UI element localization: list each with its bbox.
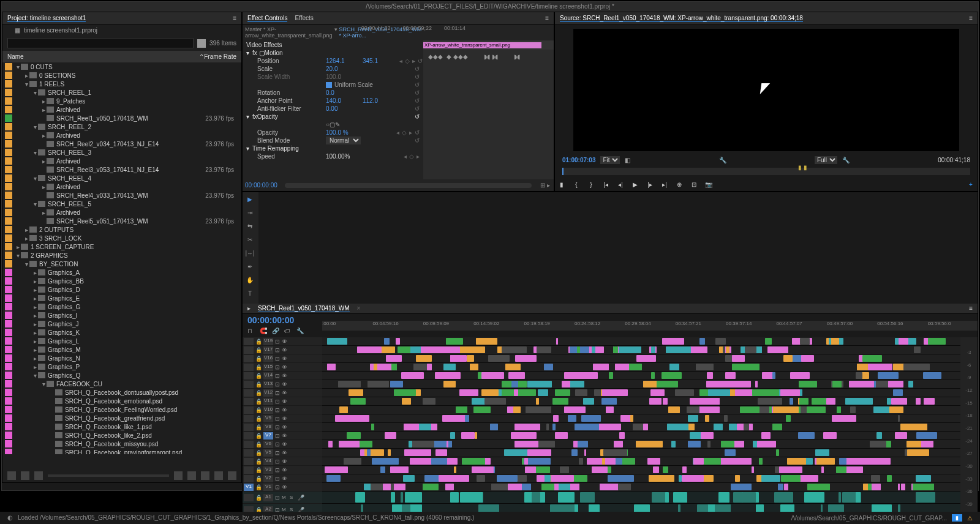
timeline-clip[interactable] — [651, 372, 654, 379]
track-target[interactable]: V14 — [263, 372, 273, 380]
source-scrubber[interactable]: ▮ ▮ — [562, 168, 970, 175]
close-seq-icon[interactable]: × — [357, 305, 361, 312]
type-tool-icon[interactable]: T — [245, 290, 255, 300]
tree-row[interactable]: ▸Graphics_J — [2, 320, 241, 328]
voiceover-icon[interactable]: 🎤 — [298, 495, 304, 501]
timeline-clip[interactable] — [552, 424, 556, 430]
tree-row[interactable]: ▸Graphics_P — [2, 362, 241, 371]
timeline-clip[interactable] — [705, 415, 709, 422]
timeline-clip[interactable] — [726, 381, 745, 387]
timeline-clip[interactable] — [518, 389, 537, 396]
timeline-clip[interactable] — [903, 364, 930, 370]
timeline-clip[interactable] — [384, 338, 390, 345]
timeline-clip[interactable] — [761, 432, 771, 439]
timeline-clip[interactable] — [570, 381, 585, 387]
timeline-clip[interactable] — [405, 492, 418, 503]
timeline-clip[interactable] — [372, 458, 398, 465]
fx-scale-val[interactable]: 20.0 — [326, 66, 363, 72]
lock-icon[interactable]: 🔒 — [255, 347, 262, 353]
add-kf-icon[interactable]: ◇ — [409, 153, 414, 160]
button-editor-icon[interactable]: + — [967, 180, 975, 189]
prev-kf-icon[interactable]: ◂ — [404, 153, 407, 160]
timeline-clip[interactable] — [601, 364, 609, 370]
timeline-clip[interactable] — [338, 381, 361, 387]
eye-icon[interactable]: 👁 — [282, 433, 288, 439]
timeline-clip[interactable] — [859, 458, 876, 465]
timeline-clip[interactable] — [872, 484, 880, 490]
timeline-clip[interactable] — [735, 389, 749, 396]
lock-icon[interactable]: 🔒 — [255, 416, 262, 422]
tree-row[interactable]: ▸Graphics_D — [2, 285, 241, 294]
tree-row[interactable]: ▸Graphics_N — [2, 354, 241, 362]
timeline-clip[interactable] — [525, 466, 536, 473]
timeline-clip[interactable] — [367, 449, 370, 456]
timeline-clip[interactable] — [679, 475, 682, 482]
timeline-clip[interactable] — [327, 338, 347, 345]
trash-icon[interactable] — [228, 471, 236, 480]
timeline-clip[interactable] — [579, 458, 583, 465]
video-track[interactable] — [322, 414, 960, 423]
video-track-header[interactable]: 🔒V19⊡👁 — [243, 337, 322, 346]
timeline-clip[interactable] — [583, 398, 595, 405]
video-track-header[interactable]: 🔒V7⊡👁 — [243, 432, 322, 440]
video-track-header[interactable]: 🔒V11⊡👁 — [243, 397, 322, 406]
timeline-clip[interactable] — [893, 389, 903, 396]
timeline-clip[interactable] — [849, 381, 874, 387]
timeline-clip[interactable] — [328, 441, 333, 447]
slip-tool-icon[interactable]: |↔| — [245, 250, 255, 260]
track-target[interactable]: V11 — [263, 398, 273, 405]
lock-icon[interactable]: 🔒 — [255, 476, 262, 482]
timeline-clip[interactable] — [443, 364, 456, 370]
timeline-clip[interactable] — [755, 381, 758, 387]
video-track[interactable] — [322, 474, 960, 483]
timeline-clip[interactable] — [836, 466, 846, 473]
timeline-clip[interactable] — [891, 398, 907, 405]
next-kf-icon[interactable]: ▸ — [409, 129, 412, 136]
warning-icon[interactable]: ⚠ — [967, 515, 973, 522]
timeline-clip[interactable] — [693, 458, 704, 465]
video-track-header[interactable]: 🔒V16⊡👁 — [243, 354, 322, 363]
timeline-clip[interactable] — [668, 406, 680, 413]
timeline-clip[interactable] — [339, 406, 348, 413]
timeline-clip[interactable] — [447, 441, 448, 447]
timeline-clip[interactable] — [546, 424, 549, 430]
timeline-clip[interactable] — [481, 372, 504, 379]
go-to-out-icon[interactable]: ▸| — [660, 180, 669, 189]
timeline-clip[interactable] — [456, 406, 467, 413]
tree-row[interactable]: SRCH_Q_Facebook_emotional.psd — [2, 397, 241, 405]
timeline-clip[interactable] — [401, 372, 424, 379]
timeline-clip[interactable] — [665, 492, 669, 503]
status-progress-chip[interactable]: ▮ — [952, 514, 962, 522]
timeline-clip[interactable] — [718, 492, 729, 503]
timeline-clip[interactable] — [845, 398, 873, 405]
next-kf-icon[interactable]: ▸ — [412, 58, 415, 64]
tree-row[interactable]: ▸0 SECTIONS — [2, 71, 241, 80]
disclosure-chevron-icon[interactable]: ▾ — [32, 175, 38, 182]
timeline-clip[interactable] — [856, 492, 861, 503]
timeline-clip[interactable] — [544, 364, 553, 370]
eye-icon[interactable]: 👁 — [282, 399, 288, 405]
eye-icon[interactable]: 👁 — [282, 364, 288, 370]
timeline-clip[interactable] — [767, 346, 788, 353]
export-frame-icon[interactable]: 📷 — [704, 180, 713, 189]
tree-row[interactable]: ▸Graphics_E — [2, 294, 241, 302]
sync-lock-icon[interactable]: ⊡ — [275, 390, 280, 396]
eye-icon[interactable]: 👁 — [282, 467, 288, 473]
timeline-clip[interactable] — [435, 372, 461, 379]
timeline-clip[interactable] — [461, 432, 475, 439]
timeline-clip[interactable] — [781, 346, 783, 353]
timeline-clip[interactable] — [465, 415, 469, 422]
reset-icon[interactable]: ↺ — [415, 113, 420, 120]
timeline-clip[interactable] — [584, 449, 586, 456]
timeline-clip[interactable] — [416, 355, 431, 362]
project-search-input[interactable] — [7, 38, 194, 48]
new-bin-icon[interactable] — [197, 39, 206, 48]
timeline-clip[interactable] — [585, 372, 598, 379]
src-patch[interactable] — [244, 364, 254, 371]
lock-icon[interactable]: 🔒 — [255, 433, 262, 439]
src-patch[interactable] — [244, 406, 254, 414]
timeline-clip[interactable] — [385, 432, 396, 439]
timeline-clip[interactable] — [773, 406, 799, 413]
lock-icon[interactable]: 🔒 — [255, 339, 262, 345]
fx-speed-val[interactable]: 100.00% — [326, 153, 350, 160]
